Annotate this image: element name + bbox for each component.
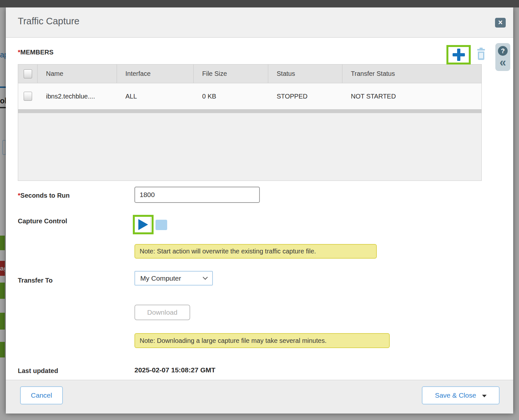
transfer-to-label: Transfer To [18,277,52,284]
dialog-footer: Cancel Save & Close [6,380,513,414]
cell-status: STOPPED [268,93,342,100]
seconds-to-run-input[interactable] [134,187,260,203]
annotation-highlight-add-button [446,45,471,64]
browser-chrome-bar [0,0,519,7]
cell-transfer-status: NOT STARTED [342,93,481,100]
required-asterisk: * [18,49,20,56]
collapse-panel-icon[interactable]: « [498,56,508,69]
transfer-to-select[interactable]: My Computer [134,271,213,286]
column-header-transfer-status[interactable]: Transfer Status [342,64,481,83]
dialog-header: Traffic Capture × [6,7,513,38]
traffic-capture-dialog: Traffic Capture × *MEMBERS ? « [6,7,513,414]
select-all-cell [18,64,38,83]
column-header-interface[interactable]: Interface [117,64,194,83]
cell-name: ibns2.techblue.... [38,93,117,100]
seconds-to-run-label-text: Seconds to Run [20,192,70,199]
cancel-button[interactable]: Cancel [20,386,63,404]
members-table: Name Interface File Size Status Transfer… [18,64,482,181]
transfer-to-value: My Computer [140,274,181,282]
table-header-row: Name Interface File Size Status Transfer… [18,64,481,83]
download-note: Note: Downloading a large capture file m… [134,333,390,348]
help-icon[interactable]: ? [498,46,508,56]
chevron-down-icon [203,275,208,280]
side-help-panel: ? « [495,43,510,71]
screen: ap ol ag Traffic Capture × *MEMBERS [0,0,519,420]
cell-file-size: 0 KB [194,93,268,100]
cell-interface: ALL [117,93,194,100]
required-asterisk: * [18,192,20,199]
row-checkbox-cell [18,92,38,101]
play-icon [138,219,148,230]
members-label-text: MEMBERS [20,49,53,56]
delete-member-icon[interactable] [476,48,486,61]
stop-capture-button[interactable] [156,220,167,230]
table-horizontal-scrollbar[interactable] [18,109,481,113]
table-row[interactable]: ibns2.techblue.... ALL 0 KB STOPPED NOT … [18,83,481,109]
start-capture-button[interactable] [136,217,151,232]
column-header-name[interactable]: Name [38,64,117,83]
download-button[interactable]: Download [134,305,190,320]
last-updated-label: Last updated [18,367,58,375]
dialog-title: Traffic Capture [18,16,79,27]
start-note: Note: Start action will overwrite the ex… [134,244,377,259]
save-and-close-button[interactable]: Save & Close [422,386,500,404]
cancel-button-label: Cancel [31,391,52,399]
column-header-status[interactable]: Status [268,64,342,83]
row-checkbox[interactable] [24,92,32,101]
annotation-highlight-start-button [133,215,154,234]
last-updated-value: 2025-02-07 15:08:27 GMT [134,366,215,374]
select-all-checkbox[interactable] [24,69,32,78]
close-icon[interactable]: × [495,18,506,28]
capture-control-label: Capture Control [18,217,67,225]
caret-down-icon [482,395,487,397]
seconds-to-run-label: *Seconds to Run [18,192,70,199]
column-header-file-size[interactable]: File Size [194,64,268,83]
add-member-icon[interactable] [453,49,465,61]
members-label: *MEMBERS [18,49,53,56]
save-and-close-label: Save & Close [435,391,476,399]
